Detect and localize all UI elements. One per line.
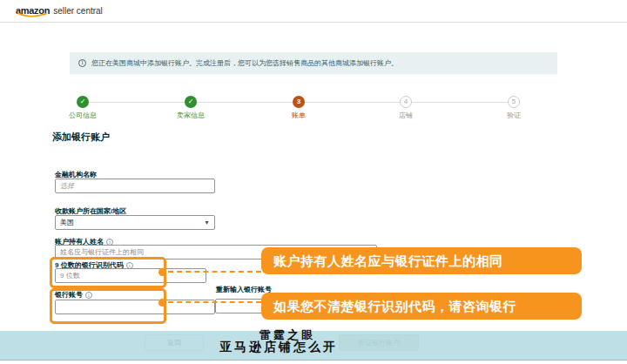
- step-store: 4 店铺: [371, 96, 441, 120]
- connector-dash: [168, 271, 261, 273]
- watermark-line2: 亚马逊店铺怎么开: [219, 340, 338, 355]
- info-icon[interactable]: i: [126, 262, 133, 269]
- connector-dash: [168, 301, 261, 303]
- step-label: 公司信息: [48, 111, 118, 120]
- routing-number-label-text: 9 位数的银行识别代码: [55, 260, 124, 270]
- chevron-down-icon: ▼: [204, 219, 210, 226]
- seller-central-text: seller central: [53, 6, 103, 16]
- step-verification: 5 验证: [479, 96, 549, 120]
- country-value: 美国: [60, 218, 74, 227]
- financial-institution-input[interactable]: [55, 179, 215, 193]
- seller-central-page: amazon seller central i 您正在美国商城中添加银行账户。完…: [0, 0, 627, 364]
- step-number: 4: [400, 96, 412, 108]
- callout-routing-code: 如果您不清楚银行识别代码，请咨询银行: [261, 293, 582, 320]
- step-company-info: ✓ 公司信息: [48, 96, 118, 120]
- routing-number-label: 9 位数的银行识别代码 i: [55, 260, 133, 270]
- step-check-icon: ✓: [185, 96, 197, 108]
- bank-account-label-text: 银行账号: [55, 290, 83, 300]
- step-label: 卖家信息: [156, 111, 226, 120]
- info-icon: i: [78, 59, 86, 67]
- step-billing: 3 账单: [264, 96, 334, 120]
- step-label: 账单: [264, 111, 334, 120]
- reenter-bank-account-label: 重新输入银行账号: [216, 285, 272, 294]
- step-check-icon: ✓: [77, 96, 89, 108]
- connector-dot: [158, 299, 166, 307]
- callout-account-holder: 账户持有人姓名应与银行证件上的相同: [261, 247, 582, 274]
- connector-dot: [158, 268, 166, 276]
- amazon-logo-text: amazon: [16, 5, 50, 16]
- top-bar: amazon seller central: [0, 0, 627, 23]
- step-number: 5: [508, 96, 520, 108]
- amazon-smile-icon: [17, 12, 48, 18]
- step-seller-info: ✓ 卖家信息: [156, 96, 226, 120]
- bank-account-label: 银行账号 i: [55, 290, 92, 300]
- page-title: 添加银行账户: [52, 131, 110, 144]
- step-label: 验证: [479, 111, 549, 120]
- info-icon[interactable]: i: [85, 292, 92, 299]
- step-number: 3: [293, 96, 305, 108]
- amazon-seller-central-logo[interactable]: amazon seller central: [16, 5, 103, 16]
- step-label: 店铺: [371, 111, 441, 120]
- country-select[interactable]: 美国 ▼: [55, 215, 215, 230]
- notice-banner: i 您正在美国商城中添加银行账户。完成注册后，您可以为您选择销售商品的其他商城添…: [70, 52, 557, 74]
- notice-text: 您正在美国商城中添加银行账户。完成注册后，您可以为您选择销售商品的其他商城添加银…: [91, 58, 398, 68]
